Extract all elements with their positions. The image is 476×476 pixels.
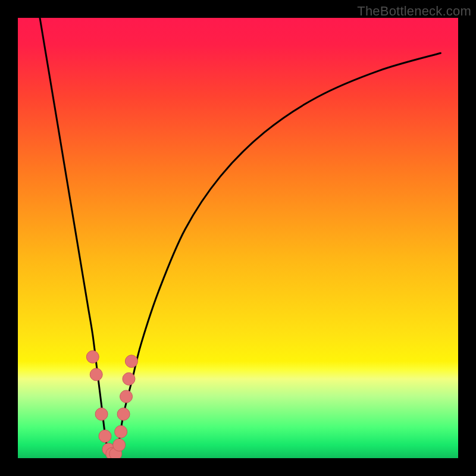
- marker-point: [113, 439, 126, 451]
- chart-svg: [18, 18, 458, 458]
- bottleneck-curve: [40, 18, 440, 458]
- marker-point: [86, 350, 99, 363]
- marker-point: [99, 430, 111, 443]
- highlighted-points: [86, 350, 137, 458]
- marker-point: [117, 408, 130, 421]
- watermark-text: TheBottleneck.com: [357, 4, 471, 19]
- marker-point: [95, 408, 108, 421]
- plot-area: [18, 18, 458, 458]
- marker-point: [123, 372, 135, 385]
- marker-point: [125, 355, 137, 368]
- marker-point: [120, 390, 133, 403]
- chart-frame: TheBottleneck.com: [0, 0, 476, 476]
- marker-point: [90, 368, 102, 381]
- marker-point: [115, 425, 127, 438]
